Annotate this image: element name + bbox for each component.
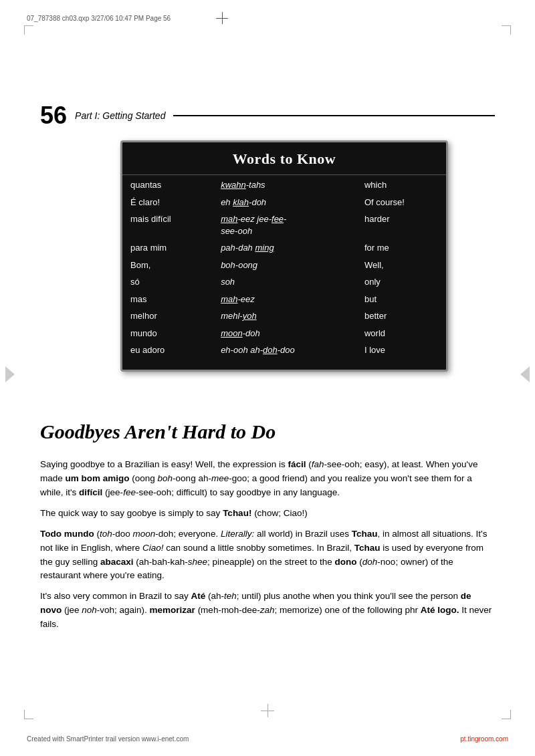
page-heading: 56 Part I: Getting Started [40, 104, 495, 128]
table-row: mais difícil mah-eez jee-fee-see-ooh har… [122, 211, 446, 239]
meaning-cell: only [356, 273, 446, 291]
table-row: mas mah-eez but [122, 291, 446, 308]
section-heading: Goodbyes Aren't Hard to Do [40, 420, 495, 444]
word-cell: eu adoro [122, 342, 213, 359]
paragraph-4: It's also very common in Brazil to say A… [40, 590, 495, 632]
paragraph-3: Todo mundo (toh-doo moon-doh; everyone. … [40, 527, 495, 584]
table-row: eu adoro eh-ooh ah-doh-doo I love [122, 342, 446, 359]
paragraph-1: Saying goodbye to a Brazilian is easy! W… [40, 458, 495, 500]
heading-line [173, 115, 495, 116]
pronunciation-cell: moon-doh [213, 325, 356, 342]
word-cell: É claro! [122, 194, 213, 211]
svg-marker-1 [520, 366, 530, 382]
table-row: para mim pah-dah ming for me [122, 239, 446, 257]
file-header: 07_787388 ch03.qxp 3/27/06 10:47 PM Page… [27, 12, 228, 24]
table-row: melhor mehl-yoh better [122, 307, 446, 325]
part-label: Part I: Getting Started [75, 110, 165, 121]
footer-left-text: Created with SmartPrinter trail version … [27, 735, 189, 743]
table-row: mundo moon-doh world [122, 325, 446, 342]
word-cell: mundo [122, 325, 213, 342]
pronunciation-cell: soh [213, 273, 356, 291]
words-to-know-box: Words to Know quantas kwahn-tahs which É… [120, 140, 448, 372]
pronunciation-cell: eh-ooh ah-doh-doo [213, 342, 356, 359]
footer: Created with SmartPrinter trail version … [27, 735, 508, 743]
word-cell: melhor [122, 307, 213, 325]
pronunciation-cell: kwahn-tahs [213, 176, 356, 194]
table-row: quantas kwahn-tahs which [122, 176, 446, 194]
corner-mark-bl [24, 710, 33, 719]
table-row: É claro! eh klah-doh Of course! [122, 194, 446, 211]
side-mark-left [5, 366, 15, 382]
word-cell: para mim [122, 239, 213, 257]
footer-right-text: pt.tingroom.com [460, 735, 508, 743]
corner-mark-br [502, 710, 511, 719]
corner-mark-tl [24, 25, 33, 35]
pronunciation-cell: pah-dah ming [213, 239, 356, 257]
meaning-cell: world [356, 325, 446, 342]
table-row: só soh only [122, 273, 446, 291]
meaning-cell: better [356, 307, 446, 325]
body-text: Saying goodbye to a Brazilian is easy! W… [40, 458, 495, 638]
paragraph-2: The quick way to say goobye is simply to… [40, 507, 495, 521]
words-table: quantas kwahn-tahs which É claro! eh kla… [122, 176, 446, 359]
meaning-cell: for me [356, 239, 446, 257]
header-crosshair-icon [216, 12, 228, 24]
meaning-cell: Of course! [356, 194, 446, 211]
pronunciation-cell: mehl-yoh [213, 307, 356, 325]
side-mark-right [520, 366, 530, 382]
word-cell: mais difícil [122, 211, 213, 239]
pronunciation-cell: boh-oong [213, 257, 356, 274]
svg-marker-0 [5, 366, 15, 382]
file-header-text: 07_787388 ch03.qxp 3/27/06 10:47 PM Page… [27, 15, 171, 22]
bottom-crosshair-icon [261, 704, 274, 717]
word-cell: quantas [122, 176, 213, 194]
page-number: 56 [40, 104, 67, 128]
table-row: Bom, boh-oong Well, [122, 257, 446, 274]
words-to-know-title: Words to Know [122, 142, 446, 175]
word-cell: mas [122, 291, 213, 308]
pronunciation-cell: mah-eez [213, 291, 356, 308]
corner-mark-tr [502, 25, 511, 35]
word-cell: só [122, 273, 213, 291]
meaning-cell: but [356, 291, 446, 308]
meaning-cell: which [356, 176, 446, 194]
word-cell: Bom, [122, 257, 213, 274]
meaning-cell: Well, [356, 257, 446, 274]
pronunciation-cell: mah-eez jee-fee-see-ooh [213, 211, 356, 239]
pronunciation-cell: eh klah-doh [213, 194, 356, 211]
meaning-cell: I love [356, 342, 446, 359]
words-to-know-section: Words to Know quantas kwahn-tahs which É… [120, 140, 448, 372]
meaning-cell: harder [356, 211, 446, 239]
